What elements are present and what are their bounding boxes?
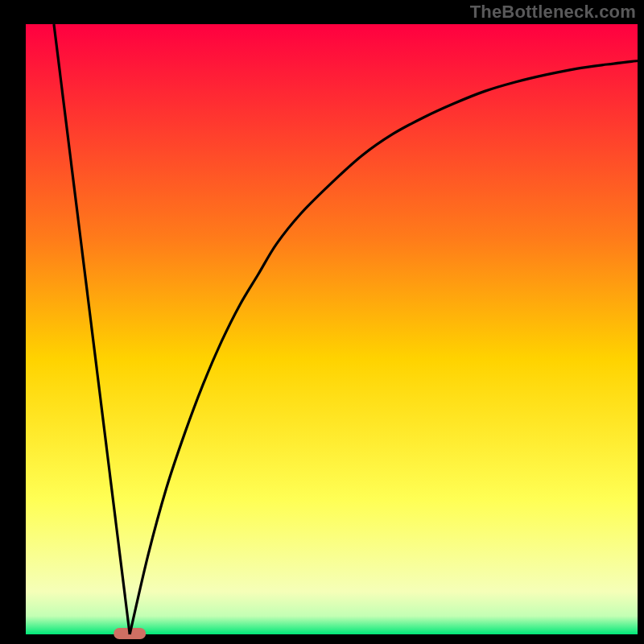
attribution-label: TheBottleneck.com — [470, 2, 636, 23]
chart-svg — [0, 0, 644, 644]
chart-container: TheBottleneck.com — [0, 0, 644, 644]
